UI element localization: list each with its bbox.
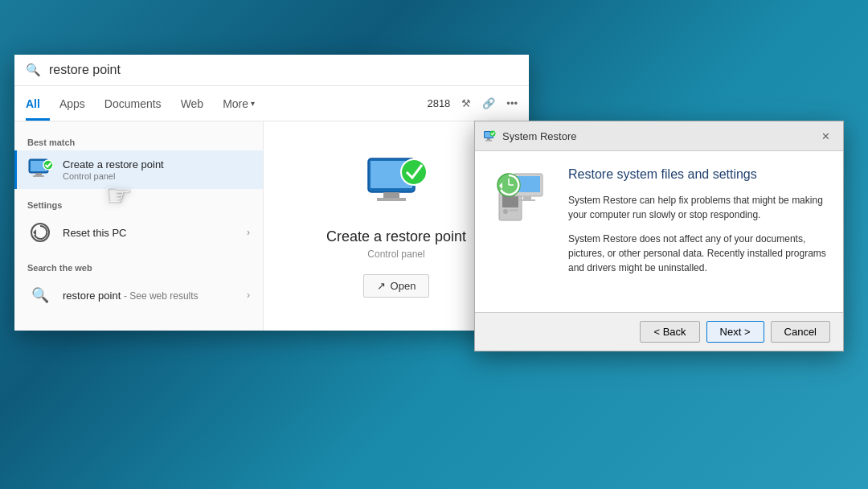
section-settings-label: Settings [14, 195, 263, 213]
svg-rect-20 [509, 209, 518, 212]
more-options-icon[interactable]: ••• [506, 97, 518, 109]
svg-rect-3 [33, 175, 44, 177]
tab-right-info: 2818 ⚒ 🔗 ••• [427, 97, 518, 109]
result-reset-pc[interactable]: Reset this PC › [14, 213, 263, 252]
svg-point-19 [503, 209, 508, 214]
tab-all[interactable]: All [26, 86, 50, 121]
tab-more[interactable]: More ▾ [213, 86, 264, 121]
system-restore-dialog: System Restore ✕ [474, 121, 844, 351]
dialog-title-text: System Restore [502, 130, 816, 142]
svg-rect-2 [35, 173, 42, 175]
refresh-pc-icon [27, 220, 53, 245]
search-tabs: All Apps Documents Web More ▾ 2818 ⚒ 🔗 •… [14, 86, 529, 121]
next-button[interactable]: Next > [706, 321, 764, 343]
dialog-titlebar: System Restore ✕ [475, 121, 843, 151]
search-results: Best match Create a restore point Contro… [14, 121, 529, 331]
dialog-body: Restore system files and settings System… [475, 151, 843, 312]
preview-open-button[interactable]: ↗ Open [363, 274, 430, 298]
tab-web[interactable]: Web [171, 86, 214, 121]
share-icon[interactable]: 🔗 [482, 97, 495, 109]
result-text-web: restore point - See web results [63, 290, 247, 302]
dialog-image-area [491, 167, 555, 296]
dialog-paragraph1: System Restore can help fix problems tha… [568, 193, 827, 222]
filter-icon[interactable]: ⚒ [461, 97, 471, 109]
arrow-right-icon: › [247, 227, 250, 238]
arrow-right-icon-web: › [247, 290, 250, 301]
svg-rect-24 [519, 199, 535, 201]
dialog-content: Restore system files and settings System… [568, 167, 827, 296]
restore-composite-icon [491, 167, 551, 232]
dialog-title-icon [483, 129, 496, 142]
svg-rect-15 [485, 140, 492, 142]
back-button[interactable]: < Back [640, 321, 699, 343]
search-panel: 🔍 restore point All Apps Documents Web M… [14, 55, 529, 331]
dialog-close-button[interactable]: ✕ [816, 126, 835, 146]
tab-documents[interactable]: Documents [95, 86, 171, 121]
dialog-footer: < Back Next > Cancel [475, 312, 843, 351]
search-web-icon: 🔍 [27, 282, 53, 308]
search-query[interactable]: restore point [49, 63, 518, 77]
svg-rect-10 [377, 198, 406, 201]
preview-subtitle: Control panel [367, 249, 424, 260]
search-icon: 🔍 [26, 63, 41, 77]
result-count: 2818 [427, 97, 450, 109]
svg-rect-14 [487, 138, 490, 140]
svg-point-11 [401, 159, 427, 185]
dialog-paragraph2: System Restore does not affect any of yo… [568, 232, 827, 275]
monitor-checkmark-icon [27, 157, 53, 183]
cancel-button[interactable]: Cancel [771, 321, 830, 343]
external-link-icon: ↗ [377, 280, 386, 292]
section-web-label: Search the web [14, 258, 263, 276]
results-left-column: Best match Create a restore point Contro… [14, 121, 264, 331]
dialog-heading: Restore system files and settings [568, 167, 827, 182]
result-create-restore-point[interactable]: Create a restore point Control panel [14, 150, 263, 189]
svg-rect-9 [383, 192, 399, 198]
result-text-create-restore: Create a restore point Control panel [63, 158, 250, 181]
preview-app-icon [364, 154, 428, 219]
preview-title: Create a restore point [326, 228, 466, 245]
chevron-down-icon: ▾ [251, 99, 255, 108]
result-text-reset-pc: Reset this PC [63, 227, 247, 239]
tab-apps[interactable]: Apps [50, 86, 95, 121]
result-web-search[interactable]: 🔍 restore point - See web results › [14, 276, 263, 314]
svg-marker-6 [33, 229, 36, 236]
svg-rect-23 [523, 196, 531, 199]
section-best-match-label: Best match [14, 133, 263, 150]
search-bar: 🔍 restore point [14, 55, 529, 86]
